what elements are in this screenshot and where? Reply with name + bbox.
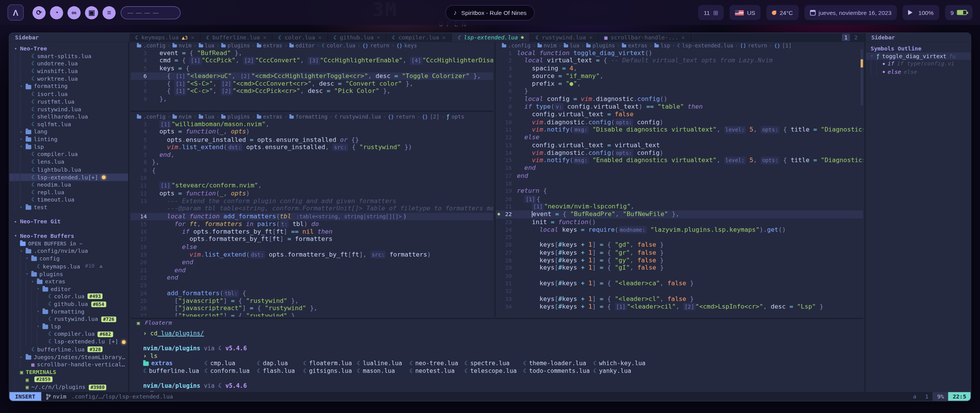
code-line[interactable]: 14 local function add_formatters(tbl :ta… [131,213,493,220]
code-line[interactable]: 16 end [496,164,863,172]
scrollbar[interactable] [861,42,863,316]
tree-arrow-icon[interactable]: ▾ [20,83,26,90]
code-line[interactable]: 3 spacing = 4, [496,65,863,72]
tree-section[interactable]: ▾Neo-Tree Buffers [9,233,128,240]
code-line[interactable]: 9{ [131,167,493,174]
tab-close-icon[interactable]: × [681,34,685,41]
tree-item[interactable]: ☾winshift.lua [9,68,128,75]
tab-rustywind.lua[interactable]: ☾rustywind.lua× [530,33,599,42]
tree-item[interactable]: OPEN BUFFERS in ~ [9,240,128,247]
code-line[interactable]: 5 prefix = "●", [496,80,863,88]
tree-item[interactable]: ☾rustywind.lua#726 [9,315,128,323]
tree-arrow-icon[interactable]: ▸ [20,128,26,136]
tree-section[interactable]: ▸Neo-Tree Git [9,218,128,226]
outline-item-toggle_diag_virtext[interactable]: ▾ƒtoggle_diag_virtextfu [866,52,970,60]
tab-color.lua[interactable]: ☾color.lua× [273,33,328,42]
code-line[interactable]: 16 if opts.formatters_by_ft[ft] == nil t… [131,228,493,236]
tree-arrow-icon[interactable]: ▸ [20,135,26,143]
tree-arrow-icon[interactable]: ▾ [20,143,26,151]
breadcrumb-item[interactable]: lsp [654,42,670,49]
code-line[interactable]: 23 [131,282,493,289]
code-line[interactable]: 31 keys[#keys + 1] = { "<leader>ca", fal… [496,280,863,287]
code-line[interactable]: 22 end [131,274,493,282]
code-line[interactable]: ---@param tbl table<string, conform.Form… [131,205,493,213]
code-line[interactable]: 10 vim.diagnostic.config(opts: config) [496,119,863,126]
breadcrumb-item[interactable]: lua [564,42,579,49]
tree-arrow-icon[interactable]: ▸ [20,203,26,211]
tree-arrow-icon[interactable]: ▾ [31,278,37,285]
terminal-ls-entry[interactable]: ☾lualine.lua [357,359,409,367]
tree-item[interactable]: ▸lang [9,128,128,136]
tree-item[interactable]: ▾editor [9,285,128,293]
tab-close-icon[interactable]: × [377,34,380,41]
breadcrumb-item[interactable]: .config [137,42,166,49]
terminal-ls-entry[interactable]: ☾gitsigns.lua [303,367,357,375]
code-line[interactable]: 29 keys[#keys + 1] = { "gI", false } [496,264,863,272]
outline-item-else[interactable]: ◆elseelse [866,68,970,75]
code-line[interactable]: 17 opts.formatters_by_ft[ft] = formatter… [131,236,493,243]
tabpage-2[interactable]: 2 [852,34,860,41]
code-line[interactable]: 15 vim.notify(msg: "Enabled diagnostics … [496,157,863,164]
code-line[interactable]: 9 config.virtual_text = false [496,111,863,119]
breadcrumb-item[interactable]: plugins [586,42,615,49]
tree-arrow-icon[interactable]: ▸ [15,218,20,226]
code-line[interactable]: 30 [496,272,863,280]
terminal-ls-entry[interactable]: ☾yanky.lua [593,367,863,375]
tree-item[interactable]: ▦scrollbar-handle-vertical.p [9,361,128,368]
code-line[interactable]: 26 ["javascriptreact"] = { "rustywind" }… [131,305,493,312]
window-count-widget[interactable]: 11⊞ [698,5,724,20]
tree-arrow-icon[interactable]: ▾ [26,270,31,278]
terminal-ls-entry[interactable]: ☾neotest.lua [409,367,464,375]
code-line[interactable]: 4 cmd = { [1]"CccPick", [2]"CccConvert",… [131,57,493,65]
tree-item[interactable]: ▣#2859 [9,376,128,384]
terminal-ls-entry[interactable]: ☾floaterm.lua [303,359,357,367]
terminal-ls-entry[interactable]: ☾conform.lua [204,367,257,375]
update-button-icon[interactable]: ⟳ [33,6,46,19]
breadcrumb-item[interactable]: nvim [537,42,557,49]
tree-item[interactable]: ☾rustfmt.lua [9,98,128,106]
breadcrumb-item[interactable]: ☾color.lua [322,42,355,49]
tree-item[interactable]: ☾rustywind.lua [9,106,128,113]
code-line[interactable]: 18 else [131,243,493,251]
code-line[interactable]: 8 if type(v: config.virtual_text) == "ta… [496,103,863,111]
code-line[interactable]: 15 for ft, formatters in pairs(t: tbl) d… [131,220,493,228]
code-line[interactable]: 23 init = function() [496,218,863,226]
battery-widget[interactable]: 9 [945,5,972,20]
terminal-ls-entry[interactable]: ☾neo-tree.lua [409,359,464,367]
code-line[interactable]: 10 [131,174,493,182]
breadcrumb-item[interactable]: {}[1] [774,42,792,49]
tree-item[interactable]: ▾lsp [9,143,128,151]
clipboard-button-icon[interactable]: ▣ [85,6,98,19]
breadcrumb-item[interactable]: ☾rustywind.lua [335,114,381,120]
code-line[interactable]: 6 } [496,88,863,95]
code-line[interactable]: 19return { [496,187,863,195]
weather-widget[interactable]: 24°C [766,5,799,20]
tree-item[interactable]: ☾undotree.lua [9,60,128,68]
code-line[interactable]: 34 keys[#keys + 1] = { [1]"<leader>cil",… [496,303,863,311]
breadcrumb-item[interactable]: .config [137,114,166,120]
tree-item[interactable]: ☾timeout.lua [9,196,128,203]
code-line[interactable]: 11 vim.notify(msg: "Disable diagnostics … [496,126,863,134]
code-line[interactable]: 19 vim.list_extend(dst: opts.formatters_… [131,251,493,259]
music-player-widget[interactable]: ♪ Spiritbox - Rule Of Nines [445,5,535,20]
breadcrumb-item[interactable]: []return [740,42,767,49]
clock-widget[interactable]: jueves, noviembre 16, 2023 [804,5,897,20]
volume-widget[interactable]: 100% [903,5,939,20]
code-line[interactable]: 13 --- Extend the conform plugin config … [131,197,493,205]
editor-pane-lsp-extended-lua[interactable]: .config›nvim›lua›plugins›extras›lsp›☾lsp… [494,42,863,316]
tab-close-icon[interactable]: × [191,34,194,41]
tree-item[interactable]: ▾lsp [9,323,128,331]
meter-button-icon[interactable]: ◔ [50,6,63,19]
tree-item[interactable]: ☾lsp-extended.lu [+] [9,338,128,346]
tree-arrow-icon[interactable]: ▾ [37,323,42,331]
code-line[interactable]: 7 local config = vim.diagnostic.config() [496,95,863,103]
terminal-ls-entry[interactable]: ☾cmp.lua [204,359,257,367]
tree-section[interactable]: ▣TERMINALS [9,368,128,376]
terminal-ls-entry[interactable]: extras [143,359,204,367]
code-line[interactable]: 33 keys[#keys + 1] = { "<leader>cl", fal… [496,295,863,302]
breadcrumb-item[interactable]: editor [289,42,315,49]
tree-item[interactable]: ☾compiler.lua#682 [9,330,128,338]
tab-close-icon[interactable]: × [318,34,322,41]
terminal-ls-entry[interactable]: ☾todo-comments.lua [523,367,593,375]
code-line[interactable]: 28 keys[#keys + 1] = { "gy", false } [496,257,863,264]
